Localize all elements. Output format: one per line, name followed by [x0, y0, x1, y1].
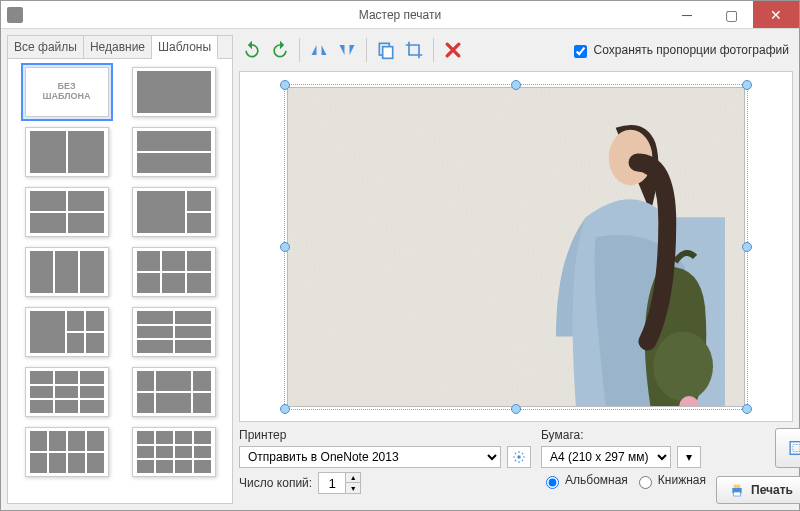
svg-rect-7 [793, 444, 800, 451]
template-item[interactable] [132, 247, 216, 297]
svg-rect-6 [790, 442, 800, 455]
printer-settings-button[interactable] [507, 446, 531, 468]
resize-handle[interactable] [742, 404, 752, 414]
left-panel: Все файлы Недавние Шаблоны БЕЗ ШАБЛОНА [7, 35, 233, 504]
copies-down[interactable]: ▼ [346, 483, 360, 493]
toolbar: Сохранять пропорции фотографий [239, 35, 793, 65]
template-none[interactable]: БЕЗ ШАБЛОНА [25, 67, 109, 117]
flip-horizontal-icon[interactable] [306, 37, 332, 63]
template-item[interactable] [25, 127, 109, 177]
print-button[interactable]: Печать [716, 476, 800, 504]
copy-icon[interactable] [373, 37, 399, 63]
chevron-down-icon: ▾ [686, 450, 692, 464]
orientation-landscape[interactable]: Альбомная [541, 472, 628, 488]
copies-label: Число копий: [239, 476, 312, 490]
template-list[interactable]: БЕЗ ШАБЛОНА [8, 59, 232, 503]
resize-handle[interactable] [511, 404, 521, 414]
window-controls: ─ ▢ ✕ [665, 1, 799, 28]
template-item[interactable] [132, 427, 216, 477]
template-item[interactable] [25, 247, 109, 297]
template-item[interactable] [132, 367, 216, 417]
rotate-left-icon[interactable] [239, 37, 265, 63]
resize-handle[interactable] [280, 80, 290, 90]
minimize-button[interactable]: ─ [665, 1, 709, 28]
crop-icon[interactable] [401, 37, 427, 63]
rotate-right-icon[interactable] [267, 37, 293, 63]
tab-recent[interactable]: Недавние [84, 36, 152, 58]
template-item[interactable] [25, 187, 109, 237]
resize-handle[interactable] [511, 80, 521, 90]
body: Все файлы Недавние Шаблоны БЕЗ ШАБЛОНА [1, 29, 799, 510]
template-item[interactable] [25, 307, 109, 357]
copies-input[interactable] [318, 472, 346, 494]
tabs: Все файлы Недавние Шаблоны [8, 36, 232, 59]
keep-ratio-checkbox[interactable]: Сохранять пропорции фотографий [570, 41, 793, 60]
paper-size-select[interactable]: A4 (210 x 297 мм) [541, 446, 671, 468]
svg-point-5 [517, 455, 521, 459]
resize-handle[interactable] [742, 242, 752, 252]
template-item[interactable] [25, 427, 109, 477]
template-item[interactable] [132, 187, 216, 237]
tab-all-files[interactable]: Все файлы [8, 36, 84, 58]
titlebar: Мастер печати ─ ▢ ✕ [1, 1, 799, 29]
paper-label: Бумага: [541, 428, 706, 442]
flip-vertical-icon[interactable] [334, 37, 360, 63]
svg-rect-9 [734, 485, 741, 488]
template-item[interactable] [132, 127, 216, 177]
selection-frame[interactable] [284, 84, 748, 410]
margins-icon [788, 439, 800, 457]
svg-rect-1 [383, 47, 393, 59]
resize-handle[interactable] [742, 80, 752, 90]
paper-group: Бумага: A4 (210 x 297 мм) ▾ Альбомная Кн… [541, 428, 706, 488]
printer-icon [729, 482, 745, 498]
tab-templates[interactable]: Шаблоны [152, 36, 218, 59]
preview-area [239, 71, 793, 422]
print-wizard-window: Мастер печати ─ ▢ ✕ Все файлы Недавние Ш… [0, 0, 800, 511]
template-item[interactable] [132, 67, 216, 117]
close-button[interactable]: ✕ [753, 1, 799, 28]
template-item[interactable] [132, 307, 216, 357]
right-panel: Сохранять пропорции фотографий [239, 35, 793, 504]
print-page[interactable] [287, 87, 745, 407]
orientation-portrait[interactable]: Книжная [634, 472, 706, 488]
resize-handle[interactable] [280, 242, 290, 252]
bottom-controls: Принтер Отправить в OneNote 2013 Число к… [239, 428, 793, 504]
copies-up[interactable]: ▲ [346, 473, 360, 483]
resize-handle[interactable] [280, 404, 290, 414]
svg-rect-10 [734, 492, 741, 496]
printer-label: Принтер [239, 428, 531, 442]
delete-icon[interactable] [440, 37, 466, 63]
paper-settings-button[interactable]: ▾ [677, 446, 701, 468]
printer-select[interactable]: Отправить в OneNote 2013 [239, 446, 501, 468]
printer-group: Принтер Отправить в OneNote 2013 Число к… [239, 428, 531, 494]
maximize-button[interactable]: ▢ [709, 1, 753, 28]
margins-button[interactable]: Поля и отступы [775, 428, 800, 468]
bottom-right: Поля и отступы Печать Отмена [716, 428, 800, 504]
template-item[interactable] [25, 367, 109, 417]
copies-spinner[interactable]: ▲▼ [318, 472, 361, 494]
